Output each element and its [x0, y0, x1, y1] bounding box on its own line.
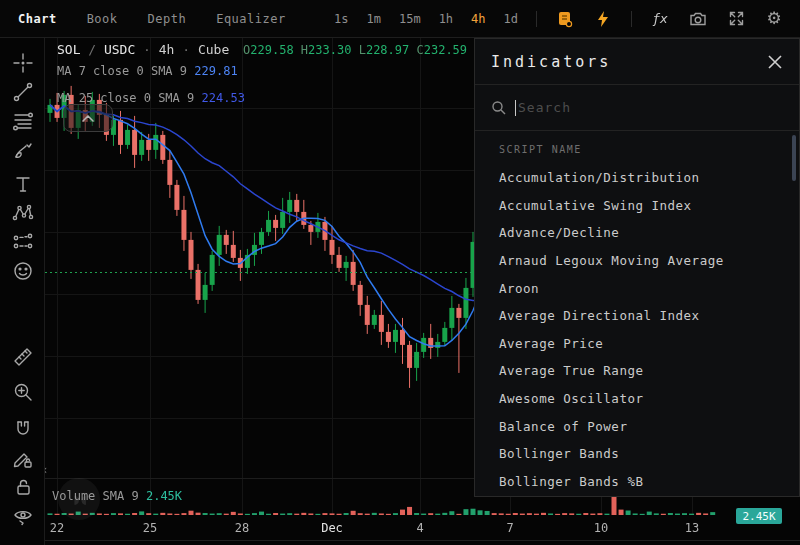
dot: ·: [182, 42, 190, 57]
ohlc-key: C: [416, 43, 423, 57]
forecast-icon[interactable]: [11, 230, 34, 253]
chevron-up-icon: [82, 115, 94, 122]
indicator-list-item[interactable]: Average Directional Index: [499, 302, 799, 330]
timeframe-1d[interactable]: 1d: [504, 12, 518, 26]
trading-app: ChartBookDepthEqualizer 1s1m15m1h4h1d ƒx: [0, 0, 800, 545]
legend-collapse-button[interactable]: [63, 104, 113, 132]
timeframe-1s[interactable]: 1s: [334, 12, 348, 26]
indicator-list-item[interactable]: Accumulative Swing Index: [499, 192, 799, 220]
venue-label: Cube: [198, 42, 229, 57]
scrollbar-thumb[interactable]: [792, 135, 796, 181]
hide-drawings-icon[interactable]: [11, 504, 34, 527]
drawing-lock-icon[interactable]: [11, 447, 34, 470]
indicator-list-item[interactable]: Bollinger Bands %B: [499, 468, 799, 496]
ohlc-key: L: [359, 43, 366, 57]
magnet-icon[interactable]: [11, 417, 34, 440]
fib-retracement-icon[interactable]: [11, 109, 34, 132]
tab-depth[interactable]: Depth: [148, 12, 187, 26]
indicator-list-item[interactable]: Arnaud Legoux Moving Average: [499, 247, 799, 275]
flash-icon[interactable]: [593, 9, 613, 29]
timeframe-15m[interactable]: 15m: [399, 12, 421, 26]
ma7-label: MA 7 close 0 SMA 9: [57, 64, 187, 78]
ohlc-value: 232.59: [424, 43, 475, 57]
indicator-list-item[interactable]: Awesome Oscillator: [499, 385, 799, 413]
time-axis-label: 7: [506, 521, 513, 535]
tab-book[interactable]: Book: [87, 12, 118, 26]
symbol-legend[interactable]: SOL / USDC · 4h · Cube O229.58 H233.30 L…: [57, 42, 503, 57]
ma25-legend[interactable]: MA 25 close 0 SMA 9 224.53: [57, 91, 245, 105]
time-axis-label: Dec: [321, 521, 343, 535]
panel-title: Indicators: [491, 53, 611, 71]
volume-label: Volume SMA 9: [52, 489, 139, 503]
time-axis-label: 13: [685, 521, 699, 535]
camera-icon[interactable]: [688, 9, 708, 29]
text-icon[interactable]: [11, 172, 34, 195]
volume-value: 2.45K: [146, 489, 182, 503]
view-tabs: ChartBookDepthEqualizer: [0, 12, 286, 26]
interval-label: 4h: [159, 42, 175, 57]
indicator-list-item[interactable]: Bollinger Bands: [499, 440, 799, 468]
lock-all-icon[interactable]: [11, 475, 34, 498]
ohlc-values: O229.58 H233.30 L228.97 C232.59 +3.0: [243, 43, 503, 57]
panel-header: Indicators: [475, 39, 799, 85]
time-axis-label: 25: [143, 521, 157, 535]
indicator-list-item[interactable]: Balance of Power: [499, 412, 799, 440]
ma7-value: 229.81: [194, 64, 237, 78]
trend-line-icon[interactable]: [11, 80, 34, 103]
symbol-quote: USDC: [104, 42, 135, 57]
volume-legend[interactable]: Volume SMA 9 2.45K: [52, 489, 182, 503]
ma7-legend[interactable]: MA 7 close 0 SMA 9 229.81: [57, 64, 238, 78]
dot: ·: [143, 42, 151, 57]
fullscreen-icon[interactable]: [726, 9, 746, 29]
emoji-icon[interactable]: [11, 259, 34, 282]
indicator-list: SCRIPT NAME Accumulation/DistributionAcc…: [475, 131, 799, 495]
timeframe-switcher: 1s1m15m1h4h1d: [334, 12, 518, 26]
symbol-separator: /: [88, 42, 96, 57]
timeframe-1h[interactable]: 1h: [439, 12, 453, 26]
text-caret: [515, 100, 516, 116]
zoom-in-icon[interactable]: [11, 380, 34, 403]
tab-chart[interactable]: Chart: [18, 12, 57, 26]
drawing-toolbar: [0, 38, 45, 545]
crosshair-icon[interactable]: [11, 51, 34, 74]
ma25-value: 224.53: [202, 91, 245, 105]
time-axis-label: 10: [594, 521, 608, 535]
indicators-panel: Indicators SCRIPT NAME Accumulation/Dist…: [474, 38, 800, 497]
ruler-icon[interactable]: [11, 345, 34, 368]
list-section-header: SCRIPT NAME: [499, 144, 799, 155]
bottom-border: [0, 540, 800, 541]
fx-indicators-button[interactable]: ƒx: [650, 9, 670, 29]
journal-icon[interactable]: [555, 9, 575, 29]
time-axis-label: 28: [235, 521, 249, 535]
settings-gear-icon[interactable]: ⚙: [764, 9, 784, 29]
tab-equalizer[interactable]: Equalizer: [216, 12, 286, 26]
fx-label: ƒx: [652, 11, 668, 26]
search-input[interactable]: [518, 100, 783, 115]
search-row: [475, 85, 799, 131]
ohlc-value: 228.97: [366, 43, 417, 57]
search-icon: [491, 100, 507, 116]
symbol-base: SOL: [57, 42, 80, 57]
gear-glyph: ⚙: [766, 10, 781, 27]
ohlc-value: 233.30: [308, 43, 359, 57]
time-axis-label: 4: [416, 521, 423, 535]
close-icon[interactable]: [767, 54, 783, 70]
indicator-list-item[interactable]: Accumulation/Distribution: [499, 164, 799, 192]
timeframe-1m[interactable]: 1m: [367, 12, 381, 26]
topbar-actions: 1s1m15m1h4h1d ƒx: [334, 9, 800, 29]
ohlc-value: 229.58: [250, 43, 301, 57]
divider: [536, 11, 537, 27]
divider: [631, 11, 632, 27]
ma25-label: MA 25 close 0 SMA 9: [57, 91, 194, 105]
timeframe-4h[interactable]: 4h: [471, 12, 485, 26]
indicator-list-item[interactable]: Average Price: [499, 330, 799, 358]
ohlc-key: H: [301, 43, 308, 57]
indicator-list-item[interactable]: Average True Range: [499, 357, 799, 385]
xabcd-pattern-icon[interactable]: [11, 201, 34, 224]
time-axis-label: 22: [50, 521, 64, 535]
indicator-list-item[interactable]: Aroon: [499, 274, 799, 302]
indicator-list-item[interactable]: Advance/Decline: [499, 219, 799, 247]
top-bar: ChartBookDepthEqualizer 1s1m15m1h4h1d ƒx: [0, 0, 800, 38]
brush-icon[interactable]: [11, 139, 34, 162]
